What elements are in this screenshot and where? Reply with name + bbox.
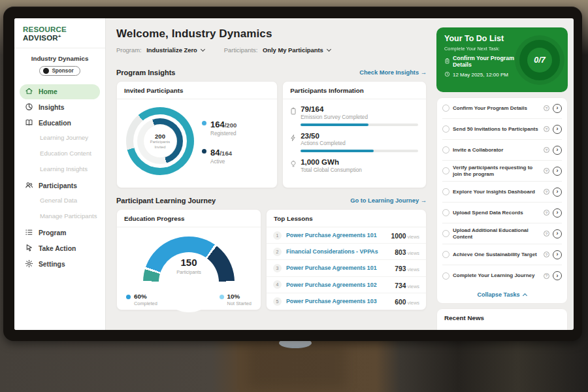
sidebar-nav: Home Insights Education Learning Journey…: [14, 84, 105, 272]
todo-item[interactable]: Verify participants requesting to join t…: [442, 161, 562, 182]
go-to-learning-journey-link[interactable]: Go to Learning Journey →: [350, 197, 427, 204]
rank-badge: 3: [273, 264, 282, 272]
chevron-down-icon[interactable]: [201, 47, 205, 52]
photo-background: RESOURCE ADVISOR+ Industry Dynamics Spon…: [0, 0, 588, 392]
todo-item[interactable]: Upload Additional Educational Content: [442, 223, 562, 244]
task-chevron-button[interactable]: [553, 125, 562, 134]
program-list-icon: [25, 228, 33, 238]
task-checkbox[interactable]: [442, 272, 449, 280]
sidebar-item-learning-journey[interactable]: Learning Journey: [20, 131, 100, 146]
info-icon[interactable]: [544, 210, 549, 216]
sidebar-item-settings[interactable]: Settings: [20, 257, 100, 272]
invited-participants-card: Invited Participants 200 Participants: [116, 81, 278, 188]
sidebar-item-participants[interactable]: Participants: [20, 178, 100, 193]
program-dropdown[interactable]: Industrialize Zero: [146, 46, 197, 54]
todo-item[interactable]: Upload Spend Data Records: [442, 203, 562, 223]
todo-item[interactable]: Confirm Your Program Details: [442, 98, 562, 119]
task-checkbox[interactable]: [442, 230, 449, 237]
task-checkbox[interactable]: [442, 209, 449, 216]
task-checkbox[interactable]: [442, 105, 449, 112]
sidebar-item-general-data[interactable]: General Data: [20, 194, 100, 209]
todo-subtitle: Complete Your Next Task:: [444, 46, 515, 52]
lesson-row: 3 Power Purchase Agreements 101 793views: [267, 260, 426, 276]
collapse-tasks-link[interactable]: Collapse Tasks: [442, 286, 562, 303]
task-checkbox[interactable]: [442, 125, 449, 133]
clock-icon: [444, 71, 450, 78]
task-checkbox[interactable]: [442, 167, 449, 174]
chevron-up-icon: [523, 293, 527, 298]
chevron-down-icon[interactable]: [327, 47, 331, 52]
task-chevron-button[interactable]: [553, 167, 562, 176]
gauge-center-value: 150: [143, 257, 235, 268]
task-chevron-button[interactable]: [553, 208, 562, 218]
info-icon[interactable]: [544, 231, 549, 237]
participants-filter: Participants: Only My Participants: [224, 46, 331, 54]
insights-cards-row: Invited Participants 200 Participants: [116, 81, 427, 188]
lesson-link[interactable]: Power Purchase Agreements 103: [286, 298, 390, 304]
todo-item[interactable]: Explore Your Insights Dashboard: [442, 182, 562, 203]
info-icon[interactable]: [544, 252, 549, 257]
task-chevron-button[interactable]: [553, 271, 562, 280]
sidebar-item-program[interactable]: Program: [20, 225, 100, 240]
active-dot-icon: [202, 149, 206, 154]
task-chevron-button[interactable]: [553, 188, 562, 197]
rank-badge: 2: [273, 248, 282, 256]
info-icon[interactable]: [544, 273, 549, 279]
todo-item[interactable]: Achieve One Sustainability Target: [442, 244, 562, 265]
sidebar-item-manage-participants[interactable]: Manage Participants: [20, 210, 100, 225]
todo-progress-value: 0/7: [527, 48, 552, 73]
org-name: Industry Dynamics: [14, 55, 105, 62]
info-icon[interactable]: [544, 126, 549, 132]
todo-list-card: Confirm Your Program Details Send 50 Inv…: [436, 97, 568, 304]
info-icon[interactable]: [544, 189, 549, 195]
info-icon[interactable]: [544, 105, 549, 111]
sidebar: RESOURCE ADVISOR+ Industry Dynamics Spon…: [14, 18, 106, 330]
dashboard-screen: RESOURCE ADVISOR+ Industry Dynamics Spon…: [14, 18, 574, 330]
sidebar-item-insights[interactable]: Insights: [20, 100, 100, 115]
sponsor-label: Sponsor: [52, 68, 73, 74]
participants-dropdown[interactable]: Only My Participants: [263, 46, 323, 54]
learning-journey-heading: Participant Learning Journey: [116, 197, 216, 204]
lesson-link[interactable]: Power Purchase Agreements 101: [286, 232, 387, 238]
completed-dot-icon: [126, 295, 131, 299]
participants-information-title: Participants Information: [283, 82, 426, 99]
lesson-link[interactable]: Power Purchase Agreements 102: [286, 282, 390, 288]
rank-badge: 4: [273, 280, 282, 289]
todo-item[interactable]: Complete Your Learning Journey: [442, 265, 562, 286]
next-task[interactable]: Confirm Your Program Details: [444, 55, 515, 68]
info-icon[interactable]: [544, 147, 549, 153]
todo-item[interactable]: Invite a Collaborator: [442, 140, 562, 161]
lesson-link[interactable]: Financial Considerations - VPPAs: [286, 248, 390, 255]
task-chevron-button[interactable]: [553, 250, 562, 259]
learning-cards-row: Education Progress 150 Participants: [116, 209, 427, 310]
task-chevron-button[interactable]: [553, 104, 562, 113]
sidebar-item-learning-insights[interactable]: Learning Insights: [20, 163, 100, 178]
program-insights-heading: Program Insights: [116, 69, 175, 76]
task-checkbox[interactable]: [442, 251, 449, 258]
arrow-right-icon: →: [421, 197, 427, 204]
sidebar-item-take-action[interactable]: Take Action: [20, 241, 100, 256]
task-chevron-button[interactable]: [553, 229, 562, 238]
sidebar-item-education[interactable]: Education: [20, 116, 100, 131]
gauge-center-label: Participants: [143, 269, 235, 275]
check-more-insights-link[interactable]: Check More Insights →: [359, 69, 427, 76]
logo-advisor: ADVISOR: [23, 34, 58, 42]
lesson-row: 4 Power Purchase Agreements 102 734views: [267, 277, 426, 293]
task-chevron-button[interactable]: [553, 146, 562, 155]
task-checkbox[interactable]: [442, 146, 449, 154]
learning-journey-header: Participant Learning Journey Go to Learn…: [116, 197, 427, 204]
todo-item[interactable]: Send 50 Invitations to Participants: [442, 119, 562, 140]
info-icon[interactable]: [544, 168, 549, 174]
lesson-link[interactable]: Power Purchase Agreements 101: [286, 265, 390, 271]
gear-icon: [25, 259, 33, 269]
sidebar-item-home[interactable]: Home: [20, 84, 100, 99]
donut-center-label: 200 Participants Invited: [144, 125, 176, 157]
sidebar-item-education-content[interactable]: Education Content: [20, 147, 100, 162]
education-gauge-chart: 150 Participants: [143, 237, 235, 285]
app-logo: RESOURCE ADVISOR+: [14, 25, 105, 48]
registered-dot-icon: [202, 121, 206, 125]
task-checkbox[interactable]: [442, 188, 449, 195]
participants-information-card: Participants Information 79/164 Emission…: [282, 81, 427, 188]
participants-icon: [25, 181, 33, 191]
filter-bar: Program: Industrialize Zero Participants…: [116, 46, 427, 54]
